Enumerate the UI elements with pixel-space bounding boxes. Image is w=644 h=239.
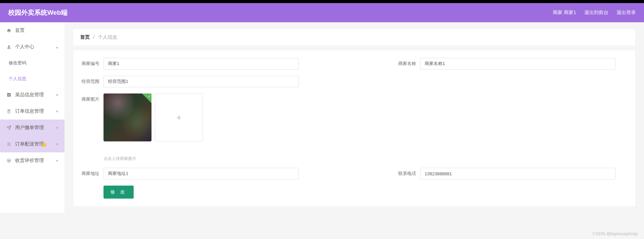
sidebar-item-label: 用户撤单管理	[15, 125, 56, 131]
user-icon	[6, 44, 12, 50]
label-merchant-image: 商家图片	[82, 93, 104, 102]
chevron-down-icon: ▾	[56, 109, 58, 114]
sidebar-item-label: 订单信息管理	[15, 108, 56, 114]
logout-to-front-link[interactable]: 退出到前台	[584, 10, 608, 16]
sidebar-item-review-management[interactable]: 收货评价管理 ▾	[0, 152, 64, 169]
uploaded-image-thumbnail[interactable]	[104, 93, 151, 141]
sidebar-item-delivery-management[interactable]: 订单配送管理 ▾	[0, 136, 64, 152]
doc-icon	[6, 109, 12, 114]
sidebar-sub-change-password[interactable]: 修改密码	[0, 55, 64, 71]
breadcrumb-separator: /	[93, 34, 95, 40]
sidebar-item-order-info-management[interactable]: 订单信息管理 ▾	[0, 103, 64, 120]
label-merchant-no: 商家编号	[82, 58, 104, 67]
input-merchant-name[interactable]	[420, 58, 616, 70]
sidebar-item-label: 个人中心	[15, 44, 56, 50]
check-square-icon	[6, 92, 12, 98]
list-icon	[6, 141, 12, 147]
sidebar: 首页 个人中心 ▴ 修改密码 个人信息 菜品信息管理 ▾ 订单信息管理 ▾	[0, 22, 64, 213]
sidebar-item-label: 订单配送管理	[15, 141, 56, 147]
app-header: 校园外卖系统Web端 商家 商家1 退出到前台 退出登录	[0, 3, 644, 22]
send-icon	[6, 125, 12, 130]
app-title: 校园外卖系统Web端	[8, 8, 68, 17]
chevron-down-icon: ▾	[56, 93, 58, 97]
input-merchant-no[interactable]	[104, 58, 299, 70]
form-card: 商家编号 商家名称 经营范围 商家图片	[73, 50, 635, 206]
sidebar-item-home[interactable]: 首页	[0, 22, 64, 39]
upload-hint-text: 点击上传商家图片	[104, 156, 627, 162]
upload-add-button[interactable]: +	[155, 93, 203, 141]
image-upload-area: +	[104, 93, 203, 141]
sidebar-sub-personal-info[interactable]: 个人信息	[0, 71, 64, 87]
sidebar-item-label: 首页	[15, 27, 58, 34]
sidebar-item-personal-center[interactable]: 个人中心 ▴	[0, 39, 64, 55]
sidebar-item-label: 菜品信息管理	[15, 92, 56, 98]
sidebar-item-label: 收货评价管理	[15, 158, 56, 164]
content-area: 首页 / 个人信息 商家编号 商家名称 经营范围	[64, 22, 644, 213]
breadcrumb-current: 个人信息	[98, 34, 117, 40]
check-icon	[142, 93, 151, 103]
user-link[interactable]: 商家 商家1	[553, 10, 576, 16]
chevron-down-icon: ▾	[56, 159, 58, 163]
star-circle-icon	[6, 158, 12, 163]
chevron-up-icon: ▴	[56, 45, 58, 49]
plus-icon: +	[176, 112, 181, 123]
chevron-down-icon: ▾	[56, 142, 58, 147]
input-business-scope[interactable]	[104, 76, 299, 87]
input-contact-phone[interactable]	[420, 168, 616, 179]
submit-button[interactable]: 修 改	[104, 186, 134, 199]
label-business-scope: 经营范围	[82, 76, 104, 85]
breadcrumb-home[interactable]: 首页	[80, 34, 90, 40]
logout-link[interactable]: 退出登录	[617, 10, 636, 16]
chevron-down-icon: ▾	[56, 126, 58, 130]
input-merchant-address[interactable]	[104, 168, 299, 179]
window-top-bar	[0, 0, 644, 3]
breadcrumb: 首页 / 个人信息	[73, 29, 635, 46]
sidebar-item-dish-management[interactable]: 菜品信息管理 ▾	[0, 87, 64, 103]
home-icon	[6, 28, 12, 33]
sidebar-item-user-cancel-management[interactable]: 用户撤单管理 ▾	[0, 120, 64, 136]
label-contact-phone: 联系电话	[398, 168, 420, 177]
header-right-links: 商家 商家1 退出到前台 退出登录	[553, 10, 636, 16]
label-merchant-name: 商家名称	[398, 58, 420, 67]
label-merchant-address: 商家地址	[82, 168, 104, 177]
